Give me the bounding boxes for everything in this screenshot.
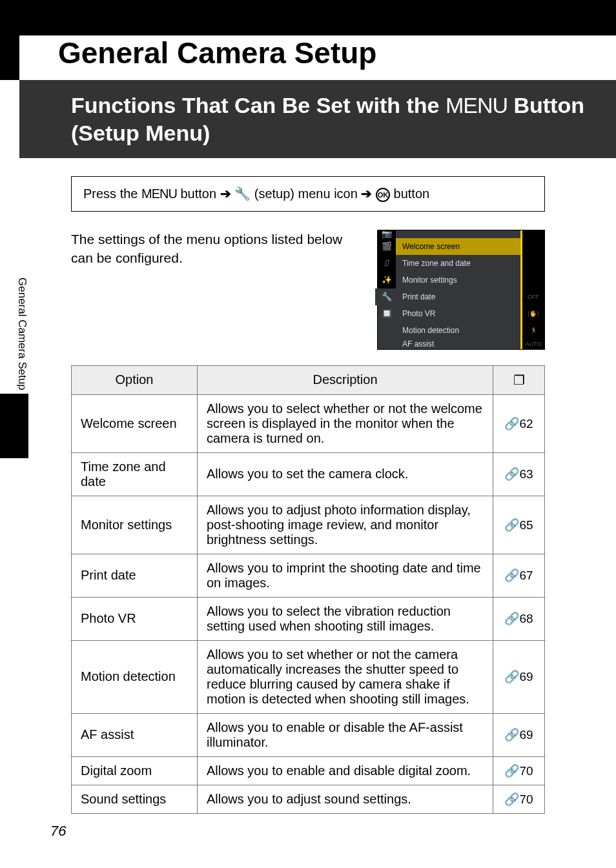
ref-link-icon: 🔗: [504, 467, 518, 481]
title-row: General Camera Setup: [0, 35, 616, 80]
instr-mid2: (setup) menu icon: [251, 187, 361, 201]
cs-value: AUTO: [522, 339, 544, 349]
cs-value: [522, 255, 544, 272]
cell-option: AF assist: [72, 713, 198, 756]
ref-link-icon: 🔗: [504, 416, 518, 431]
ref-link-icon: 🔗: [504, 611, 518, 626]
section-heading: Functions That Can Be Set with the MENU …: [19, 80, 616, 158]
table-row: Photo VRAllows you to select the vibrati…: [72, 597, 545, 640]
th-ref: ❐: [493, 365, 545, 394]
cell-option: Time zone and date: [72, 452, 198, 496]
cs-tab-blank: [378, 322, 396, 339]
title-accent: [0, 35, 19, 80]
cs-item: Welcome screen: [396, 238, 522, 255]
ok-icon: OK: [376, 188, 390, 202]
cell-option: Photo VR: [72, 597, 198, 640]
table-row: AF assistAllows you to enable or disable…: [72, 713, 545, 756]
cell-option: Monitor settings: [72, 496, 198, 554]
cell-ref: 🔗65: [493, 496, 545, 554]
cs-item: Motion detection: [396, 322, 522, 339]
ref-link-icon: 🔗: [504, 568, 518, 583]
cell-description: Allows you to adjust photo information d…: [198, 496, 493, 554]
cs-tab-blank: [378, 339, 396, 349]
cs-value: [522, 238, 544, 255]
cell-ref: 🔗63: [493, 452, 545, 496]
cell-ref: 🔗69: [493, 713, 545, 756]
ref-link-icon: 🔗: [504, 763, 518, 778]
section-heading-pre: Functions That Can Be Set with the: [71, 93, 446, 117]
ref-link-icon: 🔗: [504, 518, 518, 532]
table-row: Sound settingsAllows you to adjust sound…: [72, 785, 545, 813]
cell-ref: 🔗69: [493, 640, 545, 713]
page-title: General Camera Setup: [19, 35, 616, 80]
cell-description: Allows you to enable and disable digital…: [198, 756, 493, 785]
cs-tab: 📷: [378, 230, 396, 238]
instr-post: button: [390, 187, 429, 201]
cs-tab: 🎬: [378, 238, 396, 255]
instr-pre: Press the: [83, 187, 141, 201]
arrow-icon: ➔: [361, 187, 372, 201]
table-row: Motion detectionAllows you to set whethe…: [72, 640, 545, 713]
th-option: Option: [72, 365, 198, 394]
th-description: Description: [198, 365, 493, 394]
cell-ref: 🔗62: [493, 394, 545, 452]
wrench-icon: 🔧: [234, 186, 251, 201]
cs-tab-active: 🔧: [378, 288, 396, 305]
instruction-box: Press the MENU button ➔ 🔧 (setup) menu i…: [71, 176, 545, 212]
cell-option: Motion detection: [72, 640, 198, 713]
cs-tab: 🔲: [378, 305, 396, 322]
cell-option: Digital zoom: [72, 756, 198, 785]
table-row: Welcome screenAllows you to select wheth…: [72, 394, 545, 452]
cell-description: Allows you to set the camera clock.: [198, 452, 493, 496]
table-row: Monitor settingsAllows you to adjust pho…: [72, 496, 545, 554]
cell-option: Sound settings: [72, 785, 198, 813]
cs-item: AF assist: [396, 339, 522, 349]
ref-link-icon: 🔗: [504, 669, 518, 684]
options-table: Option Description ❐ Welcome screenAllow…: [71, 365, 545, 814]
instr-mid1: button: [177, 187, 220, 201]
book-icon: ❐: [513, 372, 525, 388]
cell-description: Allows you to set whether or not the cam…: [198, 640, 493, 713]
cell-description: Allows you to adjust sound settings.: [198, 785, 493, 813]
intro-text: The settings of the menu options listed …: [71, 230, 358, 268]
cs-tab: ✨: [378, 272, 396, 288]
menu-glyph: MENU: [446, 93, 508, 117]
instr-menu-glyph: MENU: [141, 187, 177, 201]
cs-item: Monitor settings: [396, 272, 522, 288]
ref-link-icon: 🔗: [504, 727, 518, 742]
cell-option: Welcome screen: [72, 394, 198, 452]
top-black-bar: [0, 0, 616, 35]
cell-ref: 🔗70: [493, 756, 545, 785]
cs-value: OFF: [522, 288, 544, 305]
cs-item: Photo VR: [396, 305, 522, 322]
cs-item: Print date: [396, 288, 522, 305]
cell-ref: 🔗67: [493, 554, 545, 597]
camera-screen-illustration: 📷 🎬 Welcome screen ⇵ Time zone and date …: [377, 230, 545, 350]
cs-value: (🖐): [522, 305, 544, 322]
table-row: Digital zoomAllows you to enable and dis…: [72, 756, 545, 785]
cell-ref: 🔗68: [493, 597, 545, 640]
arrow-icon: ➔: [220, 187, 231, 201]
table-row: Print dateAllows you to imprint the shoo…: [72, 554, 545, 597]
cs-value: 🏃: [522, 322, 544, 339]
side-tab-marker: [0, 394, 28, 458]
cell-ref: 🔗70: [493, 785, 545, 813]
cell-description: Allows you to enable or disable the AF-a…: [198, 713, 493, 756]
side-label: General Camera Setup: [15, 278, 28, 390]
cs-value: [522, 272, 544, 288]
cell-description: Allows you to select whether or not the …: [198, 394, 493, 452]
ref-link-icon: 🔗: [504, 792, 518, 807]
cs-tab: ⇵: [378, 255, 396, 272]
cs-item: Time zone and date: [396, 255, 522, 272]
table-row: Time zone and dateAllows you to set the …: [72, 452, 545, 496]
cell-option: Print date: [72, 554, 198, 597]
cell-description: Allows you to imprint the shooting date …: [198, 554, 493, 597]
cell-description: Allows you to select the vibration reduc…: [198, 597, 493, 640]
page-number: 76: [50, 823, 66, 840]
